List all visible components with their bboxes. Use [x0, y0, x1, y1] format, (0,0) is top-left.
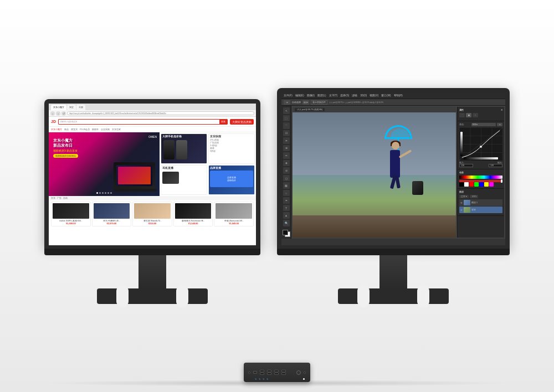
ps-tool-eraser[interactable]: ◻ [283, 175, 290, 182]
carousel-dot-4[interactable] [105, 192, 106, 194]
ps-menubar: 文件(F) 编辑(E) 图像(I) 图层(L) 文字(T) 选择(S) 滤镜 3… [281, 92, 505, 99]
ps-tool-pen[interactable]: ✒ [283, 197, 290, 204]
swatch-black[interactable] [459, 182, 464, 187]
jd-product-4[interactable]: 森海塞尔 Sennheiser M... ¥1,549.00 [173, 202, 213, 226]
quicklink-3[interactable]: 活动 [63, 197, 68, 199]
ps-tool-marquee[interactable]: ⬚ [283, 115, 290, 122]
ps-tool-shape[interactable]: ▲ [283, 212, 290, 219]
ps-tool-zoom[interactable]: 🔍 [283, 220, 290, 226]
jd-search-button[interactable]: 搜索 [219, 120, 227, 124]
ps-menu-help[interactable]: 帮助(H) [394, 94, 403, 97]
pc-box: ↯ ↯ ↯ ↯ [244, 363, 310, 382]
swatch-white[interactable] [464, 182, 469, 187]
jd-product-2[interactable]: 华为 HUAWEI 40... ¥2,979.00 [92, 202, 132, 226]
phone-img-1 [163, 140, 175, 159]
jd-nav-item-7[interactable]: 京东生鲜 [112, 128, 121, 131]
browser-tab-3[interactable]: 天猫 [76, 105, 85, 110]
ps-menu-edit[interactable]: 编辑(E) [295, 94, 304, 97]
quicklink-1[interactable]: 京东 [51, 197, 55, 199]
jd-product-5[interactable]: 外观 (Samsonite) W... ¥1,049.00 [214, 202, 254, 226]
ps-layer-dropdown[interactable]: 图层▼ [302, 100, 309, 105]
swatch-blue[interactable] [479, 182, 484, 187]
jd-search-box[interactable]: OMEN 光影精灵9 搜索 [58, 119, 228, 125]
jd-product-3[interactable]: 资生堂 Shiseido N... ¥219.00 [132, 202, 172, 226]
pc-usb-stacked-3 [274, 370, 279, 375]
jd-nav-item-1[interactable]: 京东小魔方 [51, 128, 62, 131]
ps-canvas-wrapper: 小人.psd @ 66.7% (色彩/8#) [293, 107, 456, 238]
ps-output-field[interactable]: 128 [489, 164, 502, 167]
browser-tab-2[interactable]: 淘宝 [67, 105, 76, 110]
ps-input-field[interactable]: 128 [459, 164, 473, 167]
ps-opacity[interactable]: 100% [470, 195, 478, 198]
quicklink-2[interactable]: 广告 [57, 197, 61, 199]
ps-tool-dodge[interactable]: ○ [283, 190, 290, 197]
ps-menu-3d[interactable]: 3D(D) [360, 94, 367, 97]
refresh-button[interactable]: ↺ [61, 111, 66, 116]
ps-red-slider[interactable] [459, 180, 502, 182]
ps-panel-btn3[interactable]: × [473, 113, 478, 117]
ps-menu-layer[interactable]: 图层(L) [317, 94, 326, 97]
ps-tool-type[interactable]: T [283, 205, 290, 212]
ps-menu-view[interactable]: 视图(V) [370, 94, 378, 97]
carousel-dot-5[interactable] [107, 192, 109, 194]
jd-flash-header: 京东快报 [210, 135, 253, 138]
jd-nav-item-5[interactable]: 购物车 [92, 128, 99, 131]
ps-layer-eye-bg[interactable]: 👁 [460, 209, 463, 212]
jd-nav-item-6[interactable]: 企业采购 [101, 128, 110, 131]
ps-tool-eyedropper[interactable]: ✒ [283, 137, 290, 144]
ps-color-label: 色彩 [459, 171, 464, 174]
jd-carousel-dots [96, 192, 112, 194]
ps-transform-control[interactable]: 显示变换控件 [311, 100, 327, 105]
ps-tool-arrow[interactable]: ↖ [283, 107, 290, 114]
ps-tool-crop[interactable]: ⊡ [283, 130, 290, 137]
forward-button[interactable]: › [56, 111, 60, 116]
ps-menu-image[interactable]: 图像(I) [307, 94, 315, 97]
ps-layer-bg[interactable]: 👁 背景 [459, 207, 502, 213]
url-bar[interactable]: https://mos.jd.com/budbuilder...&campaig… [67, 111, 254, 115]
ps-tool-history[interactable]: ⊘ [283, 167, 290, 174]
browser-tab-active[interactable]: 京东小魔方 [51, 105, 66, 110]
jd-top-panels: 大牌手机低价格 京东快报 [161, 133, 255, 164]
ps-menu-text[interactable]: 文字(T) [329, 94, 338, 97]
jd-banner-price-btn[interactable]: 现货惊喜价仅8499元 [53, 154, 78, 158]
ps-menu-file[interactable]: 文件(F) [284, 94, 293, 97]
jd-nav-item-2[interactable]: 新品 [64, 128, 69, 131]
back-button[interactable]: ‹ [50, 111, 55, 116]
carousel-dot-1[interactable] [96, 192, 98, 194]
ps-auto-select[interactable]: ⊞ [284, 100, 290, 105]
ps-tool-clone[interactable]: ◈ [283, 160, 290, 167]
ps-channel-options[interactable]: ⊡ [497, 123, 502, 126]
ps-tool-healing[interactable]: ⊕ [283, 145, 290, 152]
ps-panel-active[interactable]: ▦ [466, 113, 471, 117]
carousel-dot-3[interactable] [102, 192, 104, 194]
jd-banner-text: 京东小魔方新品发布日 视影精灵9 新品首发 现货惊喜价仅8499元 [53, 138, 78, 158]
ps-fg-color[interactable] [283, 230, 288, 235]
swatch-red[interactable] [469, 182, 474, 187]
tab-label-1: 京东小魔方 [53, 106, 64, 109]
swatch-green[interactable] [474, 182, 479, 187]
jd-nav-item-4[interactable]: PLUS会员 [80, 128, 90, 131]
ps-blend-mode[interactable]: 正常▼ [459, 195, 469, 198]
ps-tool-lasso[interactable]: ⌒ [283, 122, 290, 129]
ps-layer-1[interactable]: 👁 图层 1 [459, 199, 502, 206]
ps-menu-window[interactable]: 窗口(W) [381, 94, 391, 97]
right-monitor-base [338, 288, 449, 304]
jd-products-row: realme X50Pro 真我X50... ¥1,699.00 华为 HUAW… [49, 200, 256, 228]
pc-power-button[interactable] [296, 370, 301, 375]
ps-menu-filter[interactable]: 滤镜 [352, 94, 357, 97]
ps-properties-close[interactable]: ✕ [501, 109, 502, 111]
jd-search-input[interactable]: OMEN 光影精灵9 [59, 120, 219, 123]
ps-tool-brush[interactable]: ✏ [283, 152, 290, 159]
swatch-magenta[interactable] [489, 182, 494, 187]
ps-channel-dropdown[interactable]: RGB▼ [471, 123, 496, 126]
ps-tool-gradient[interactable]: ▦ [283, 182, 290, 189]
jd-topup[interactable]: 大牌好货品质购 [230, 119, 254, 125]
carousel-dot-6[interactable] [110, 192, 112, 194]
swatch-yellow[interactable] [484, 182, 489, 187]
ps-curves-icon[interactable]: ⌒ [459, 113, 465, 117]
carousel-dot-2[interactable] [99, 192, 101, 194]
jd-product-1[interactable]: realme X50Pro 真我X50... ¥1,699.00 [51, 202, 91, 226]
ps-menu-select[interactable]: 选择(S) [340, 94, 349, 97]
ps-layer-eye-1[interactable]: 👁 [460, 202, 463, 204]
jd-nav-item-3[interactable]: 便宜买 [71, 128, 78, 131]
